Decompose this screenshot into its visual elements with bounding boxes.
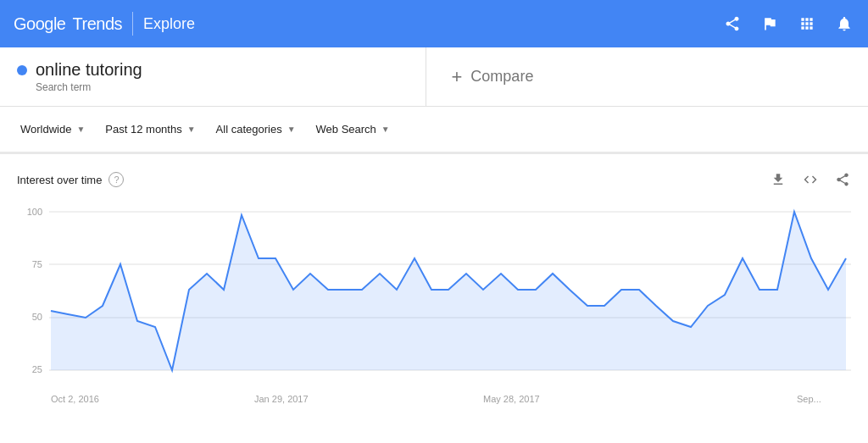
filters-bar: Worldwide ▼ Past 12 months ▼ All categor… — [0, 107, 868, 154]
share-chart-icon[interactable] — [834, 171, 851, 188]
svg-text:Jan 29, 2017: Jan 29, 2017 — [254, 394, 309, 404]
svg-text:75: 75 — [32, 259, 42, 269]
bell-icon[interactable] — [834, 14, 854, 34]
embed-icon[interactable] — [802, 171, 819, 188]
interest-title: Interest over time — [17, 174, 102, 186]
trends-logo-text: Trends — [73, 14, 123, 34]
download-icon[interactable] — [770, 171, 787, 188]
help-icon[interactable]: ? — [108, 172, 124, 187]
search-term-section: online tutoring Search term — [0, 47, 426, 106]
time-range-label: Past 12 months — [105, 123, 181, 136]
search-dot — [17, 65, 27, 75]
search-type-chevron: ▼ — [381, 125, 390, 134]
search-term-row: online tutoring — [17, 60, 409, 80]
header-icons — [722, 14, 854, 34]
logo: Google Trends — [14, 14, 122, 34]
category-chevron: ▼ — [287, 125, 296, 134]
apps-icon[interactable] — [797, 14, 817, 34]
svg-text:Oct 2, 2016: Oct 2, 2016 — [51, 394, 99, 404]
chart-container: 100 75 50 25 Oct 2, 2016 Jan 29, 2017 Ma… — [0, 195, 868, 418]
location-label: Worldwide — [20, 123, 71, 136]
search-type-label: Search term — [36, 81, 409, 93]
location-chevron: ▼ — [76, 125, 85, 134]
compare-section[interactable]: + Compare — [426, 47, 869, 106]
share-icon[interactable] — [722, 14, 743, 34]
search-type-label: Web Search — [316, 123, 376, 136]
svg-text:25: 25 — [32, 364, 42, 374]
location-filter[interactable]: Worldwide ▼ — [14, 118, 92, 141]
explore-label: Explore — [143, 15, 195, 33]
time-range-filter[interactable]: Past 12 months ▼ — [98, 118, 202, 141]
interest-header: Interest over time ? — [0, 158, 868, 195]
svg-text:50: 50 — [32, 312, 42, 322]
category-filter[interactable]: All categories ▼ — [209, 118, 303, 141]
compare-label: Compare — [470, 68, 533, 86]
search-type-filter[interactable]: Web Search ▼ — [309, 118, 397, 141]
time-chevron: ▼ — [187, 125, 196, 134]
trend-chart: 100 75 50 25 Oct 2, 2016 Jan 29, 2017 Ma… — [17, 195, 851, 407]
compare-plus-icon: + — [452, 66, 463, 88]
search-term-text[interactable]: online tutoring — [36, 60, 142, 80]
search-bar: online tutoring Search term + Compare — [0, 47, 868, 107]
google-logo-text: Google — [14, 14, 66, 34]
flag-icon[interactable] — [760, 14, 780, 34]
header-divider — [132, 12, 133, 36]
svg-text:May 28, 2017: May 28, 2017 — [483, 394, 540, 404]
app-header: Google Trends Explore — [0, 0, 868, 47]
svg-text:100: 100 — [27, 207, 42, 217]
svg-text:Sep...: Sep... — [797, 394, 821, 404]
category-label: All categories — [216, 123, 282, 136]
interest-actions — [770, 171, 851, 188]
